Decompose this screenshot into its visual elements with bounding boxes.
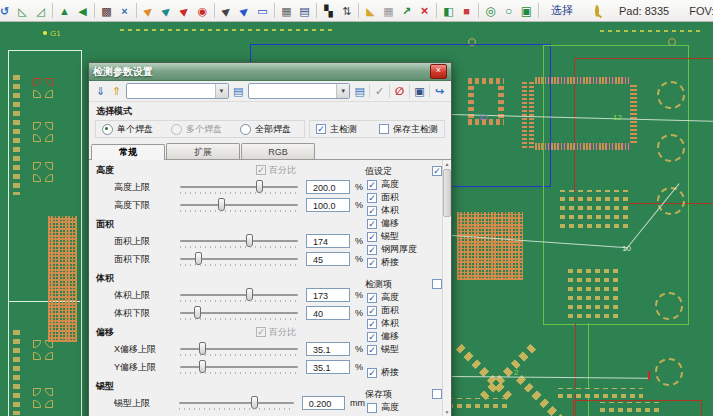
detection-settings-dialog: 检测参数设置 × ⇓ ⇑ ▼ ▤ ▼ ▤ ✓ ∅ ▣ ↪ 选择模式 单个焊盘 多…: [88, 62, 452, 416]
chart-icon[interactable]: ↗: [399, 1, 414, 21]
tab-general[interactable]: 常规: [91, 144, 165, 160]
tools-icon[interactable]: ×: [117, 1, 132, 21]
slider-thumb[interactable]: [194, 306, 201, 319]
slider-thumb[interactable]: [251, 396, 258, 409]
value-set-item[interactable]: 锡型: [365, 230, 442, 243]
volume-lower-slider[interactable]: [180, 312, 298, 314]
detect-item[interactable]: 锡型: [365, 343, 442, 356]
height-lower-input[interactable]: 100.0: [306, 198, 350, 212]
height-upper-input[interactable]: 200.0: [306, 180, 350, 194]
save-items-master-checkbox[interactable]: [432, 389, 442, 399]
close-icon[interactable]: ×: [430, 64, 447, 79]
percent-checkbox: 百分比: [256, 326, 296, 338]
radio-all-pads[interactable]: 全部焊盘: [240, 123, 291, 136]
x-offset-input[interactable]: 35.1: [306, 342, 350, 356]
value-set-item[interactable]: 高度: [365, 178, 442, 191]
y-offset-slider[interactable]: [180, 366, 298, 368]
exit-icon[interactable]: ↪: [433, 85, 446, 98]
slider-thumb[interactable]: [195, 252, 202, 265]
sort-icon[interactable]: ⇅: [339, 1, 354, 21]
slider-thumb[interactable]: [218, 198, 225, 211]
tab-rgb[interactable]: RGB: [241, 143, 315, 159]
slider-thumb[interactable]: [256, 180, 263, 193]
detect-items-master-checkbox[interactable]: [432, 279, 442, 289]
measure-triangle2-icon[interactable]: ◿: [33, 1, 48, 21]
map-marker-icon[interactable]: ◉: [195, 1, 210, 21]
detect-item[interactable]: 桥接: [365, 366, 442, 379]
rotate-view-icon[interactable]: ↺: [0, 1, 12, 21]
height-upper-slider[interactable]: [180, 186, 298, 188]
scroll-up-icon[interactable]: ▲: [445, 160, 450, 168]
magnifier-icon[interactable]: [595, 5, 599, 17]
chevron-down-icon[interactable]: ▼: [215, 84, 228, 98]
circle-inspect-icon[interactable]: ◎: [483, 1, 498, 21]
pin-red-icon[interactable]: ▶: [172, 0, 196, 23]
pad-array: [560, 190, 628, 228]
slider-thumb[interactable]: [246, 288, 253, 301]
height-lower-slider[interactable]: [180, 204, 298, 206]
x-offset-slider[interactable]: [180, 348, 298, 350]
value-set-item[interactable]: 偏移: [365, 217, 442, 230]
enable-icon[interactable]: ◧: [441, 1, 456, 21]
volume-lower-input[interactable]: 40: [306, 306, 350, 320]
ruler-icon[interactable]: ◣: [363, 1, 378, 21]
toolbar-separator: [214, 3, 215, 18]
value-set-item[interactable]: 桥接: [365, 256, 442, 269]
detect-item[interactable]: 偏移: [365, 330, 442, 343]
square-inspect-icon[interactable]: ▣: [519, 1, 534, 21]
confirm-icon[interactable]: ✓: [373, 85, 386, 98]
value-set-item[interactable]: 体积: [365, 204, 442, 217]
delete-icon[interactable]: ×: [417, 1, 432, 21]
template-combo-2[interactable]: ▼: [248, 83, 351, 99]
value-set-item[interactable]: 钢网厚度: [365, 243, 442, 256]
content-scrollbar[interactable]: ▲ ▼: [442, 160, 451, 416]
area-upper-input[interactable]: 174: [306, 234, 350, 248]
export-template-icon[interactable]: ⇑: [110, 85, 123, 98]
camera-icon[interactable]: ▤: [297, 1, 312, 21]
volume-upper-input[interactable]: 173: [306, 288, 350, 302]
toolbar-icon-strip: ↺◺◿▲◀▩×▶▶▶◉▶▶▭▦▤▚⇅◣▦↗×◧■◎○▣: [2, 1, 540, 21]
main-detect-checkbox[interactable]: 主检测: [316, 123, 357, 136]
save-icon[interactable]: ▣: [413, 85, 426, 98]
angle-tool-icon[interactable]: ▲: [57, 1, 72, 21]
slider-thumb[interactable]: [199, 360, 206, 373]
select-rect-icon[interactable]: ▭: [255, 1, 270, 21]
dialog-titlebar[interactable]: 检测参数设置 ×: [89, 63, 451, 81]
apply-template-icon[interactable]: ▤: [232, 85, 245, 98]
solder-upper-input[interactable]: 0.200: [302, 396, 345, 410]
area-lower-slider[interactable]: [180, 258, 298, 260]
grid-icon[interactable]: ▦: [381, 1, 396, 21]
select-button[interactable]: 选择: [543, 3, 581, 18]
area-lower-input[interactable]: 45: [306, 252, 350, 266]
save-main-detect-checkbox[interactable]: 保存主检测: [379, 123, 438, 136]
forbid-icon[interactable]: ∅: [393, 85, 406, 98]
radio-single-pad[interactable]: 单个焊盘: [102, 123, 153, 136]
capture-icon[interactable]: ▩: [99, 1, 114, 21]
scroll-down-icon[interactable]: ▼: [445, 408, 450, 416]
slider-thumb[interactable]: [199, 342, 206, 355]
apply-template2-icon[interactable]: ▤: [353, 85, 366, 98]
detect-item[interactable]: 体积: [365, 317, 442, 330]
measure-triangle-icon[interactable]: ◺: [15, 1, 30, 21]
cone-tool-icon[interactable]: ◀: [75, 1, 90, 21]
value-set-master-checkbox[interactable]: [432, 166, 442, 176]
solder-upper-slider[interactable]: [179, 402, 294, 404]
template-combo-1[interactable]: ▼: [126, 83, 229, 99]
chevron-down-icon[interactable]: ▼: [336, 84, 349, 98]
area-upper-slider[interactable]: [180, 240, 298, 242]
tile-view-icon[interactable]: ▚: [321, 1, 336, 21]
y-offset-input[interactable]: 35.1: [306, 360, 350, 374]
value-set-item[interactable]: 面积: [365, 191, 442, 204]
pin-blue-icon[interactable]: ▶: [232, 0, 256, 23]
pad-array-icon[interactable]: ▦: [279, 1, 294, 21]
circle-draw-icon[interactable]: ○: [501, 1, 516, 21]
detect-item[interactable]: 面积: [365, 304, 442, 317]
disable-icon[interactable]: ■: [459, 1, 474, 21]
scrollbar-thumb[interactable]: [443, 169, 451, 217]
detect-item[interactable]: 高度: [365, 291, 442, 304]
save-item[interactable]: 高度: [365, 401, 442, 414]
import-template-icon[interactable]: ⇓: [94, 85, 107, 98]
slider-thumb[interactable]: [246, 234, 253, 247]
volume-upper-slider[interactable]: [180, 294, 298, 296]
tab-extended[interactable]: 扩展: [166, 143, 240, 159]
